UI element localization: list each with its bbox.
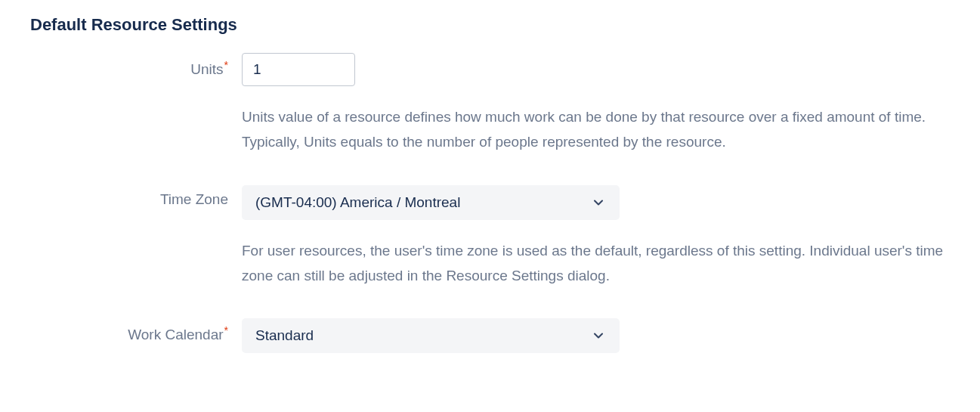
required-asterisk: *	[224, 59, 228, 71]
timezone-row: Time Zone (GMT-04:00) America / Montreal…	[30, 185, 950, 311]
work-calendar-value: Standard	[255, 327, 314, 344]
chevron-down-icon	[591, 328, 606, 343]
timezone-help-text: For user resources, the user's time zone…	[242, 238, 950, 289]
work-calendar-label-cell: Work Calendar*	[30, 318, 242, 343]
work-calendar-select[interactable]: Standard	[242, 318, 620, 353]
units-input-cell: Units value of a resource defines how mu…	[242, 53, 950, 178]
timezone-select[interactable]: (GMT-04:00) America / Montreal	[242, 185, 620, 220]
required-asterisk: *	[224, 324, 228, 336]
chevron-down-icon	[591, 195, 606, 210]
timezone-value: (GMT-04:00) America / Montreal	[255, 194, 460, 211]
units-input[interactable]	[242, 53, 355, 86]
units-label-cell: Units*	[30, 53, 242, 78]
work-calendar-row: Work Calendar* Standard	[30, 318, 950, 353]
units-help-text: Units value of a resource defines how mu…	[242, 104, 950, 155]
work-calendar-input-cell: Standard	[242, 318, 950, 353]
work-calendar-label: Work Calendar	[128, 327, 223, 342]
timezone-label: Time Zone	[160, 191, 228, 207]
timezone-input-cell: (GMT-04:00) America / Montreal For user …	[242, 185, 950, 311]
section-title: Default Resource Settings	[30, 15, 950, 35]
units-row: Units* Units value of a resource defines…	[30, 53, 950, 178]
units-label: Units	[190, 61, 223, 77]
timezone-label-cell: Time Zone	[30, 185, 242, 208]
